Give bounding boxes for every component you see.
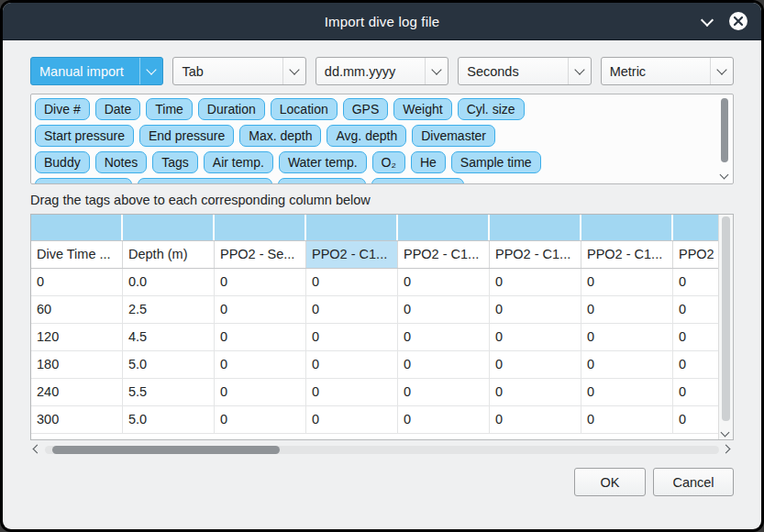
shade-chevron-down-icon[interactable] bbox=[701, 15, 714, 28]
table-row: 1805.0000000 bbox=[31, 351, 733, 379]
table-cell: 0 bbox=[215, 406, 306, 433]
table-cell: 0 bbox=[581, 379, 673, 405]
combo-selected-value: Seconds bbox=[459, 64, 567, 79]
tag-pill[interactable]: Sample time bbox=[451, 151, 541, 173]
column-drop-row bbox=[31, 215, 733, 241]
tag-row: BuddyNotesTagsAir temp.Water temp.O₂HeSa… bbox=[35, 151, 711, 173]
tag-pill[interactable]: Location bbox=[271, 98, 338, 120]
tag-pill[interactable]: Start pressure bbox=[35, 125, 134, 147]
tag-row: Dive #DateTimeDurationLocationGPSWeightC… bbox=[35, 98, 711, 120]
tag-pill[interactable]: Max. depth bbox=[239, 125, 321, 147]
date-format-combo[interactable]: dd.mm.yyyy bbox=[316, 57, 448, 85]
table-cell: 300 bbox=[31, 406, 123, 433]
tag-pill[interactable]: Weight bbox=[393, 98, 451, 120]
chevron-down-icon bbox=[568, 58, 591, 84]
column-header: PPO2 - C1... bbox=[581, 241, 673, 268]
combo-selected-value: Tab bbox=[173, 64, 282, 79]
titlebar[interactable]: Import dive log file bbox=[3, 3, 761, 40]
tag-pill[interactable]: Notes bbox=[95, 151, 148, 173]
table-body: 00.0000000602.50000001204.50000001805.00… bbox=[31, 269, 733, 434]
table-cell: 5.0 bbox=[123, 406, 215, 433]
tagbox-scroll-thumb[interactable] bbox=[721, 98, 728, 162]
close-icon[interactable] bbox=[728, 11, 748, 31]
column-drop-target[interactable] bbox=[123, 215, 215, 240]
tag-pill[interactable]: Sample pO₂ bbox=[278, 178, 365, 184]
table-cell: 0 bbox=[306, 269, 398, 295]
table-cell: 0 bbox=[490, 269, 581, 295]
table-cell: 0 bbox=[490, 324, 581, 350]
tag-pill[interactable]: Sample depth bbox=[35, 178, 132, 184]
tag-row: Start pressureEnd pressureMax. depthAvg.… bbox=[35, 125, 711, 147]
tag-pill[interactable]: End pressure bbox=[139, 125, 234, 147]
table-scroll-down-icon[interactable] bbox=[719, 429, 733, 438]
import-preview-table: Dive Time ...Depth (m)PPO2 - Se...PPO2 -… bbox=[30, 214, 734, 440]
column-drop-target[interactable] bbox=[306, 215, 398, 240]
units-combo[interactable]: Metric bbox=[601, 57, 734, 85]
table-cell: 0 bbox=[490, 351, 581, 378]
chevron-down-icon bbox=[710, 58, 733, 84]
tag-pill[interactable]: Air temp. bbox=[204, 151, 273, 173]
column-drop-target[interactable] bbox=[490, 215, 581, 240]
window-title: Import dive log file bbox=[325, 14, 440, 29]
table-horizontal-scrollbar[interactable] bbox=[30, 442, 734, 457]
column-header: PPO2 - C1... bbox=[490, 241, 581, 268]
column-drop-target[interactable] bbox=[215, 215, 306, 240]
tag-list: Dive #DateTimeDurationLocationGPSWeightC… bbox=[31, 94, 733, 184]
duration-format-combo[interactable]: Seconds bbox=[458, 57, 591, 85]
tag-pill[interactable]: He bbox=[411, 151, 446, 173]
tag-pill[interactable]: Cyl. size bbox=[458, 98, 525, 120]
horizontal-scroll-track[interactable] bbox=[45, 446, 719, 454]
table-scroll-thumb[interactable] bbox=[722, 216, 730, 421]
table-cell: 0 bbox=[581, 324, 673, 350]
chevron-down-icon bbox=[282, 58, 305, 84]
tag-pill[interactable]: Date bbox=[95, 98, 141, 120]
table-cell: 0 bbox=[215, 269, 306, 295]
tag-pill[interactable]: Sample temperature bbox=[138, 178, 272, 184]
table-cell: 0 bbox=[215, 379, 306, 405]
table-row: 1204.5000000 bbox=[31, 324, 733, 351]
table-vertical-scrollbar[interactable] bbox=[718, 215, 733, 439]
table-cell: 0.0 bbox=[123, 269, 215, 295]
ok-button[interactable]: OK bbox=[574, 468, 646, 496]
tag-pill[interactable]: Duration bbox=[198, 98, 265, 120]
table-cell: 0 bbox=[581, 406, 673, 433]
field-separator-combo[interactable]: Tab bbox=[172, 57, 305, 85]
tagbox-vertical-scrollbar[interactable] bbox=[718, 96, 731, 182]
import-options-row: Manual importTabdd.mm.yyyySecondsMetric bbox=[30, 57, 734, 85]
column-header: PPO2 - C1... bbox=[398, 241, 490, 268]
tag-pill[interactable]: Tags bbox=[152, 151, 198, 173]
table-cell: 5.5 bbox=[123, 379, 215, 405]
horizontal-scroll-thumb[interactable] bbox=[52, 446, 280, 454]
tag-pill[interactable]: Time bbox=[146, 98, 193, 120]
table-cell: 0 bbox=[490, 379, 581, 405]
tag-pill[interactable]: Water temp. bbox=[279, 151, 367, 173]
scroll-right-icon[interactable] bbox=[722, 444, 734, 455]
scroll-left-icon[interactable] bbox=[30, 444, 42, 455]
chevron-down-icon bbox=[139, 58, 162, 84]
table-cell: 4.5 bbox=[123, 324, 215, 350]
column-header: PPO2 - C1... bbox=[306, 241, 398, 268]
tag-pill[interactable]: Sample CNS bbox=[371, 178, 464, 184]
tag-pill[interactable]: O₂ bbox=[372, 151, 405, 173]
tag-pill[interactable]: Divemaster bbox=[412, 125, 495, 147]
tagbox-scroll-down-icon[interactable] bbox=[718, 172, 731, 181]
table-cell: 0 bbox=[398, 406, 490, 433]
tag-area: Dive #DateTimeDurationLocationGPSWeightC… bbox=[30, 94, 734, 184]
instruction-text: Drag the tags above to each correspondin… bbox=[30, 193, 734, 207]
table-cell: 0 bbox=[215, 324, 306, 350]
tag-pill[interactable]: GPS bbox=[343, 98, 389, 120]
dialog-buttons: OK Cancel bbox=[30, 468, 734, 496]
cancel-button[interactable]: Cancel bbox=[653, 468, 734, 496]
tag-pill[interactable]: Dive # bbox=[35, 98, 90, 120]
column-drop-target[interactable] bbox=[581, 215, 673, 240]
column-drop-target[interactable] bbox=[31, 215, 123, 240]
tag-pill[interactable]: Avg. depth bbox=[327, 125, 406, 147]
table-row: 3005.0000000 bbox=[31, 406, 733, 434]
column-drop-target[interactable] bbox=[398, 215, 490, 240]
import-mode-combo[interactable]: Manual import bbox=[30, 57, 163, 85]
table-cell: 0 bbox=[398, 379, 490, 405]
combo-selected-value: Metric bbox=[602, 64, 710, 79]
combo-selected-value: dd.mm.yyyy bbox=[316, 64, 425, 79]
table-cell: 0 bbox=[490, 406, 581, 433]
tag-pill[interactable]: Buddy bbox=[35, 151, 90, 173]
